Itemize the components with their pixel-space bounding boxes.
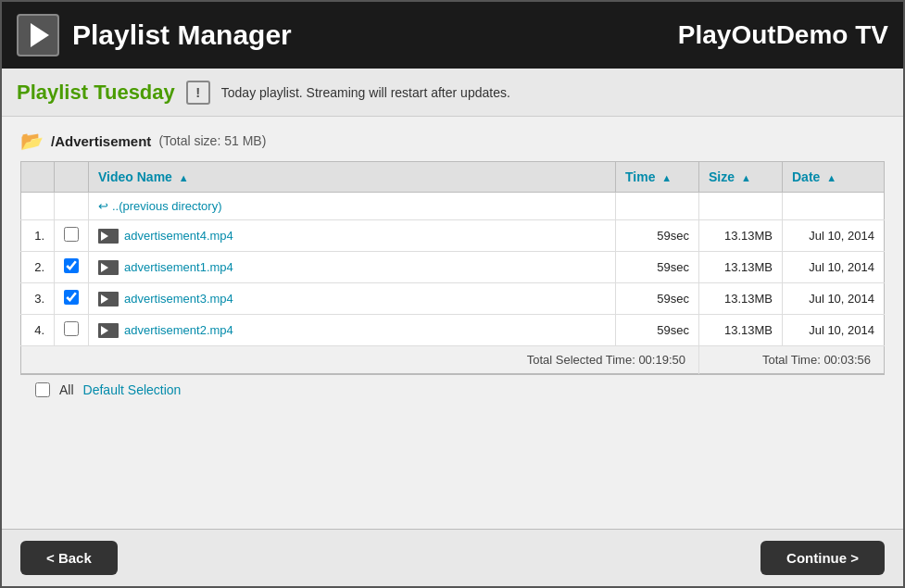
row-check-1: [55, 252, 89, 283]
col-header-size: Size ▲: [699, 162, 783, 193]
continue-button[interactable]: Continue >: [760, 541, 885, 575]
station-name: PlayOutDemo TV: [678, 20, 888, 50]
file-icon-2: [98, 292, 119, 307]
table-row: 4. advertisement2.mp4 59sec 13.13MB Jul …: [21, 315, 885, 346]
playlist-name: Playlist Tuesday: [17, 81, 175, 105]
back-button[interactable]: < Back: [20, 541, 118, 575]
row-time-2: 59sec: [616, 283, 699, 315]
playlist-bar: Playlist Tuesday ! Today playlist. Strea…: [2, 69, 903, 117]
row-checkbox-3[interactable]: [64, 321, 79, 336]
row-num-0: 1.: [21, 220, 55, 252]
file-link-0[interactable]: advertisement4.mp4: [98, 229, 606, 244]
play-icon: [31, 23, 49, 47]
prev-dir-num: [21, 193, 55, 220]
file-link-3[interactable]: advertisement2.mp4: [98, 323, 606, 338]
row-num-1: 2.: [21, 252, 55, 283]
col-header-time: Time ▲: [616, 162, 699, 193]
col-header-date: Date ▲: [783, 162, 885, 193]
app-title: Playlist Manager: [72, 19, 292, 51]
file-link-2[interactable]: advertisement3.mp4: [98, 292, 606, 307]
default-selection-link[interactable]: Default Selection: [83, 382, 182, 397]
col-header-check: [55, 162, 89, 193]
all-checkbox[interactable]: [35, 382, 50, 397]
prev-dir-cell: ↩ ..(previous directory): [89, 193, 616, 220]
file-name-3: advertisement2.mp4: [124, 323, 233, 337]
row-checkbox-2[interactable]: [64, 290, 79, 305]
row-date-2: Jul 10, 2014: [783, 283, 885, 315]
file-table: Video Name ▲ Time ▲ Size ▲ Date ▲: [20, 161, 885, 374]
time-sort-icon[interactable]: ▲: [661, 172, 672, 183]
totals-selected: Total Selected Time: 00:19:50: [21, 346, 699, 374]
header: Playlist Manager PlayOutDemo TV: [2, 2, 903, 69]
row-date-0: Jul 10, 2014: [783, 220, 885, 252]
file-icon-1: [98, 260, 119, 275]
nav-buttons: < Back Continue >: [2, 529, 903, 586]
row-size-1: 13.13MB: [699, 252, 783, 283]
row-time-3: 59sec: [616, 315, 699, 346]
header-left: Playlist Manager: [17, 14, 292, 56]
video-name-sort-icon[interactable]: ▲: [179, 172, 189, 183]
file-icon-0: [98, 229, 119, 244]
row-name-1: advertisement1.mp4: [89, 252, 616, 283]
prev-dir-row: ↩ ..(previous directory): [21, 193, 885, 220]
prev-dir-check: [55, 193, 89, 220]
folder-size: (Total size: 51 MB): [158, 133, 266, 148]
row-size-0: 13.13MB: [699, 220, 783, 252]
row-time-1: 59sec: [616, 252, 699, 283]
file-icon-3: [98, 323, 119, 338]
all-label: All: [59, 382, 74, 397]
row-name-2: advertisement3.mp4: [89, 283, 616, 315]
file-link-1[interactable]: advertisement1.mp4: [98, 260, 606, 275]
main-content: 📂 /Advertisement (Total size: 51 MB) Vid…: [2, 117, 903, 529]
file-name-2: advertisement3.mp4: [124, 292, 233, 306]
totals-row: Total Selected Time: 00:19:50 Total Time…: [21, 346, 885, 374]
playlist-note: Today playlist. Streaming will restart a…: [221, 85, 510, 100]
row-name-0: advertisement4.mp4: [89, 220, 616, 252]
folder-icon: 📂: [20, 130, 44, 152]
date-sort-icon[interactable]: ▲: [826, 172, 836, 183]
play-icon-box: [17, 14, 59, 56]
row-time-0: 59sec: [616, 220, 699, 252]
col-header-num: [21, 162, 55, 193]
row-name-3: advertisement2.mp4: [89, 315, 616, 346]
table-row: 3. advertisement3.mp4 59sec 13.13MB Jul …: [21, 283, 885, 315]
size-sort-icon[interactable]: ▲: [741, 172, 751, 183]
row-check-0: [55, 220, 89, 252]
prev-dir-link[interactable]: ↩ ..(previous directory): [98, 199, 606, 213]
table-row: 2. advertisement1.mp4 59sec 13.13MB Jul …: [21, 252, 885, 283]
row-size-2: 13.13MB: [699, 283, 783, 315]
table-header-row: Video Name ▲ Time ▲ Size ▲ Date ▲: [21, 162, 885, 193]
totals-total: Total Time: 00:03:56: [699, 346, 885, 374]
folder-path: /Advertisement: [51, 133, 151, 149]
row-checkbox-1[interactable]: [64, 258, 79, 273]
col-header-name: Video Name ▲: [89, 162, 616, 193]
row-num-3: 4.: [21, 315, 55, 346]
row-size-3: 13.13MB: [699, 315, 783, 346]
main-window: Playlist Manager PlayOutDemo TV Playlist…: [0, 0, 905, 588]
row-date-1: Jul 10, 2014: [783, 252, 885, 283]
file-name-0: advertisement4.mp4: [124, 229, 233, 243]
row-date-3: Jul 10, 2014: [783, 315, 885, 346]
folder-bar: 📂 /Advertisement (Total size: 51 MB): [20, 130, 885, 152]
row-check-2: [55, 283, 89, 315]
bottom-bar: All Default Selection: [20, 374, 885, 405]
warning-icon: !: [186, 81, 210, 105]
row-check-3: [55, 315, 89, 346]
row-checkbox-0[interactable]: [64, 227, 79, 242]
row-num-2: 3.: [21, 283, 55, 315]
table-row: 1. advertisement4.mp4 59sec 13.13MB Jul …: [21, 220, 885, 252]
file-name-1: advertisement1.mp4: [124, 260, 233, 274]
